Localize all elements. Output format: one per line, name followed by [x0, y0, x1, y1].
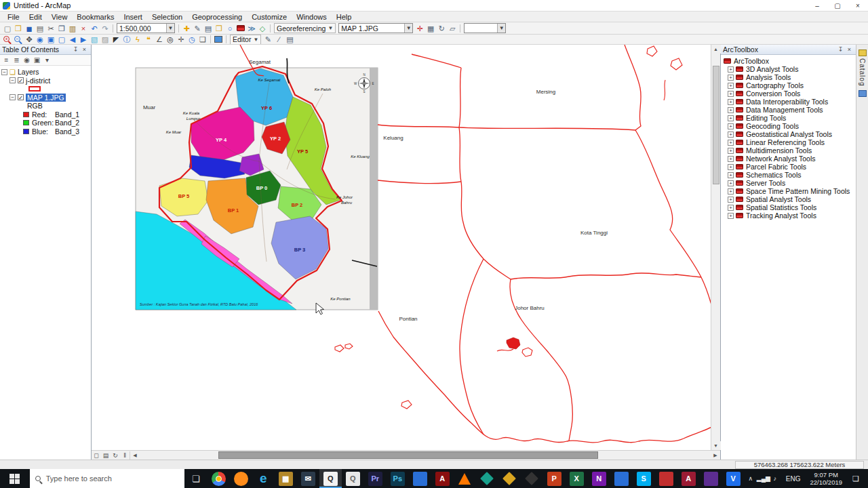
close-icon[interactable]: × — [845, 46, 854, 53]
taskbar-app-9[interactable]: Ps — [387, 469, 409, 488]
list-by-selection-icon[interactable]: ▣ — [32, 56, 42, 65]
vertical-scrollbar[interactable]: ▲ ▼ — [711, 45, 720, 450]
toc-layers-root[interactable]: − ❏ Layers — [0, 68, 91, 77]
toolbox-item[interactable]: +Geostatistical Analyst Tools — [721, 130, 856, 138]
chevron-down-icon[interactable]: ▼ — [404, 24, 412, 33]
toc-layer-map1jpg[interactable]: − ✓ MAP 1.JPG — [0, 94, 91, 102]
pause-drawing-icon[interactable]: ‖ — [120, 451, 130, 460]
task-view-button[interactable]: ❏ — [184, 469, 208, 488]
toolbox-item[interactable]: +Server Tools — [721, 179, 856, 187]
expand-icon[interactable]: + — [728, 107, 734, 113]
rotate-image-icon[interactable]: ↻ — [436, 24, 447, 33]
data-view-icon[interactable]: ◻ — [92, 451, 101, 460]
taskbar-excel-icon[interactable]: X — [566, 469, 588, 488]
table-of-contents-icon[interactable]: ▤ — [203, 24, 214, 33]
taskbar-app-4[interactable]: ▦ — [275, 469, 297, 488]
menu-edit[interactable]: Edit — [24, 13, 47, 21]
list-by-source-icon[interactable]: ≣ — [12, 56, 22, 65]
taskbar-edge-icon[interactable]: e — [252, 469, 275, 488]
toolbox-item[interactable]: +Cartography Tools — [721, 81, 856, 89]
python-icon[interactable]: ≫ — [246, 24, 257, 33]
tray-status-icon[interactable]: ♪ — [769, 475, 781, 482]
cut-icon[interactable]: ✂ — [45, 24, 56, 33]
expand-icon[interactable]: + — [728, 91, 734, 97]
clock[interactable]: 9:07 PM 22/10/2019 — [805, 471, 847, 486]
taskbar-onenote-icon[interactable]: N — [588, 469, 610, 488]
taskbar-premiere-icon[interactable]: Pr — [364, 469, 387, 488]
taskbar-access-icon[interactable]: A — [677, 469, 700, 488]
catalog-window-icon[interactable]: ❒ — [214, 24, 224, 33]
expand-icon[interactable]: + — [728, 140, 734, 146]
taskbar-app-21[interactable] — [655, 469, 677, 488]
toolbox-item[interactable]: +Data Management Tools — [721, 106, 856, 114]
edit-vertices-icon[interactable]: ∕ — [273, 35, 284, 44]
horizontal-scrollbar[interactable]: ◀ ▶ — [130, 451, 720, 460]
delete-icon[interactable]: × — [78, 24, 89, 33]
language-indicator[interactable]: ENG — [781, 475, 806, 483]
pan-icon[interactable]: ✥ — [24, 35, 35, 44]
taskbar-search-box[interactable]: Type here to search — [30, 469, 184, 488]
map-canvas[interactable]: NESW YP 6YP 5YP 4YP 2BP 5BP 1BP 0BP 2BP … — [92, 45, 711, 450]
transform-icon[interactable]: ▱ — [447, 24, 458, 33]
fixed-zoom-in-icon[interactable]: ▣ — [45, 35, 56, 44]
menu-file[interactable]: File — [3, 13, 24, 21]
taskbar-app-13[interactable] — [476, 469, 498, 488]
expand-icon[interactable]: + — [728, 131, 734, 138]
menu-geoprocessing[interactable]: Geoprocessing — [187, 13, 247, 21]
add-data-icon[interactable]: ✚ — [181, 24, 192, 33]
layer-checkbox[interactable]: ✓ — [18, 94, 24, 100]
collapse-icon[interactable]: − — [9, 94, 16, 100]
scroll-left-icon[interactable]: ◀ — [130, 451, 140, 460]
editor-toolbar-icon[interactable]: ✎ — [192, 24, 203, 33]
taskbar-app-7[interactable]: Q — [342, 469, 364, 488]
taskbar-chrome-icon[interactable] — [208, 469, 230, 488]
menu-view[interactable]: View — [47, 13, 73, 21]
toolbox-item[interactable]: +Spatial Statistics Tools — [721, 203, 856, 211]
attributes-icon[interactable]: ▤ — [284, 35, 295, 44]
district-symbol[interactable] — [28, 86, 41, 92]
select-elements-icon[interactable]: ◤ — [111, 35, 121, 44]
open-icon[interactable]: ❒ — [13, 24, 24, 33]
expand-icon[interactable]: + — [728, 156, 734, 162]
taskbar-app-19[interactable] — [610, 469, 633, 488]
expand-icon[interactable]: + — [728, 115, 734, 121]
close-icon[interactable]: × — [80, 46, 89, 53]
menu-insert[interactable]: Insert — [119, 13, 147, 21]
new-map-icon[interactable]: ▢ — [2, 24, 13, 33]
taskbar-arcmap-icon[interactable]: Q — [319, 469, 342, 488]
add-control-points-icon[interactable]: ✛ — [414, 24, 425, 33]
toolbox-item[interactable]: +Spatial Analyst Tools — [721, 195, 856, 203]
scale-combo[interactable]: 1:500,000 ▼ — [117, 23, 175, 33]
georeferencing-menu-button[interactable]: Georeferencing ▼ — [274, 23, 336, 33]
pin-icon[interactable]: ↧ — [71, 46, 80, 53]
list-by-drawing-order-icon[interactable]: ≡ — [1, 56, 12, 65]
collapse-icon[interactable]: − — [1, 69, 7, 75]
taskbar-powerpoint-icon[interactable]: P — [543, 469, 566, 488]
toc-district-symbol-row[interactable] — [0, 85, 91, 94]
search-icon[interactable] — [859, 90, 867, 97]
expand-icon[interactable]: + — [728, 75, 734, 81]
back-extent-icon[interactable]: ◀ — [67, 35, 78, 44]
toolbox-item[interactable]: +Editing Tools — [721, 114, 856, 122]
taskbar-skype-icon[interactable]: S — [633, 469, 655, 488]
find-icon[interactable]: ◎ — [165, 35, 176, 44]
toolbox-item[interactable]: +Tracking Analyst Tools — [721, 211, 856, 220]
redo-icon[interactable]: ↷ — [100, 24, 111, 33]
expand-icon[interactable]: + — [728, 164, 734, 170]
time-slider-icon[interactable]: ◷ — [186, 35, 197, 44]
arctoolbox-icon[interactable] — [237, 25, 245, 31]
view-link-table-icon[interactable]: ▦ — [425, 24, 436, 33]
viewer-window-icon[interactable]: ❏ — [197, 35, 208, 44]
modelbuilder-icon[interactable]: ◇ — [257, 24, 268, 33]
taskbar-app-14[interactable] — [498, 469, 521, 488]
band-row[interactable]: Blue:Band_3 — [0, 127, 91, 136]
fill-color-swatch[interactable] — [213, 35, 224, 44]
clear-selection-icon[interactable]: ▨ — [100, 35, 111, 44]
taskbar-app-10[interactable] — [409, 469, 431, 488]
horizontal-scroll-thumb[interactable] — [218, 451, 598, 459]
save-icon[interactable]: ◼ — [24, 24, 35, 33]
taskbar-app-24[interactable]: V — [722, 469, 745, 488]
expand-icon[interactable]: + — [728, 66, 734, 73]
taskbar-app-15[interactable] — [521, 469, 543, 488]
toolbox-item[interactable]: +Multidimension Tools — [721, 146, 856, 155]
